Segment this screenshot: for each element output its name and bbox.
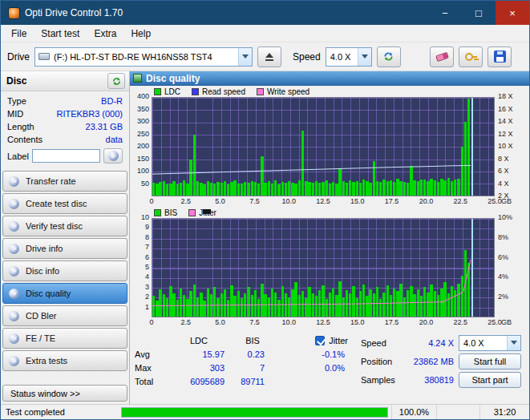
chevron-down-icon[interactable]: [238, 48, 252, 66]
status-window-button[interactable]: Status window >>: [2, 385, 127, 402]
chevron-down-icon[interactable]: [507, 336, 520, 350]
samples-value: 380819: [404, 375, 454, 385]
disc-type-label: Type: [7, 96, 26, 106]
disc-info-icon: [9, 266, 19, 277]
disc-contents-label: Contents: [7, 135, 42, 144]
transfer-rate-icon: [9, 176, 19, 187]
jitter-swatch: [188, 209, 196, 216]
eject-button[interactable]: [257, 46, 281, 67]
sidebar-item-label: Drive info: [26, 244, 63, 253]
axis-tick: 7: [145, 244, 149, 251]
sidebar-item-label: Create test disc: [26, 199, 87, 208]
window-title: Opti Drive Control 1.70: [25, 7, 123, 18]
disc-refresh-button[interactable]: [107, 73, 125, 89]
bis-legend-label: BIS: [164, 208, 177, 217]
sidebar-item-transfer-rate[interactable]: Transfer rate: [2, 171, 127, 192]
disc-length-label: Length: [7, 122, 34, 131]
menubar: File Start test Extra Help: [1, 25, 529, 42]
axis-tick: 10%: [498, 214, 512, 221]
refresh-icon: [382, 50, 394, 63]
save-button[interactable]: [488, 46, 512, 67]
axis-tick: 300: [137, 118, 149, 125]
extra-tests-icon: [9, 356, 19, 366]
sidebar-item-disc-quality[interactable]: Disc quality: [2, 283, 127, 304]
app-window: Opti Drive Control 1.70 − □ × File Start…: [0, 0, 530, 420]
sidebar-item-fe-te[interactable]: FE / TE: [2, 328, 127, 349]
refresh-button[interactable]: [377, 46, 401, 67]
sidebar-item-extra-tests[interactable]: Extra tests: [2, 350, 127, 371]
elapsed-time: 31:20: [479, 405, 529, 419]
sidebar-item-label: CD Bler: [26, 311, 57, 321]
axis-tick: 10 X: [498, 143, 513, 150]
axis-tick: 16 X: [498, 106, 513, 113]
axis-tick: 15.0: [350, 318, 365, 326]
disc-length-row: Length 23.31 GB: [7, 120, 123, 133]
axis-tick: 1: [145, 304, 149, 311]
main-panel: Disc quality LDC Read speed Write speed …: [130, 71, 529, 404]
write-label-button[interactable]: [103, 148, 123, 164]
menu-file[interactable]: File: [4, 26, 34, 41]
stats-table: LDC BIS Jitter Avg 15.97 0.23 -0.1% Max …: [135, 333, 353, 388]
erase-disc-button[interactable]: [430, 46, 454, 67]
axis-tick: 400: [137, 93, 149, 100]
fe-te-icon: [9, 333, 19, 344]
drive-select[interactable]: (F:) HL-DT-ST BD-RE WH16NS58 TST4: [34, 47, 253, 67]
axis-tick: 4%: [498, 273, 508, 281]
total-bis-value: 89711: [233, 377, 273, 386]
axis-tick: 200: [137, 143, 149, 150]
menu-start-test[interactable]: Start test: [34, 26, 87, 41]
progress-percent: 100.0%: [391, 405, 436, 419]
axis-tick: 2.5: [181, 197, 192, 205]
sidebar-spacer: [1, 372, 129, 383]
speed-select[interactable]: 4.0 X: [326, 47, 372, 67]
jitter-line: [152, 219, 494, 317]
ldc-y-axis-left: 40035030025020015010050: [130, 97, 152, 196]
page-title: Disc quality: [146, 73, 200, 84]
sidebar-item-verify-test-disc[interactable]: Verify test disc: [2, 216, 127, 236]
disc-icon: [108, 151, 119, 161]
max-ldc-value: 303: [165, 363, 233, 373]
menu-help[interactable]: Help: [123, 26, 158, 41]
start-full-button[interactable]: Start full: [459, 353, 521, 370]
position-row-label: Position: [361, 357, 399, 366]
axis-tick: 9: [145, 224, 149, 231]
sidebar-item-label: FE / TE: [26, 333, 55, 343]
jitter-checkbox[interactable]: [315, 336, 325, 345]
axis-tick: 5.0: [215, 318, 225, 326]
ldc-chart: [152, 97, 495, 196]
speed-select-value: 4.0 X: [326, 52, 355, 62]
start-part-button[interactable]: Start part: [459, 372, 521, 388]
total-ldc-value: 6095689: [165, 377, 233, 386]
key-icon: [465, 51, 477, 63]
axis-tick: 6 X: [498, 168, 509, 175]
close-button[interactable]: ×: [496, 1, 529, 25]
maximize-button[interactable]: □: [462, 1, 496, 25]
sidebar-item-disc-info[interactable]: Disc info: [2, 260, 127, 281]
axis-tick: 4: [145, 273, 149, 281]
sidebar-item-label: Verify test disc: [26, 221, 83, 231]
write-speed-swatch: [257, 88, 264, 95]
menu-extra[interactable]: Extra: [87, 26, 123, 41]
chevron-down-icon[interactable]: [358, 48, 371, 66]
jitter-column-header: Jitter: [273, 336, 353, 345]
sidebar-item-create-test-disc[interactable]: Create test disc: [2, 193, 127, 214]
disc-label-input[interactable]: [32, 149, 100, 163]
disc-quality-header-icon: [133, 74, 142, 83]
progress-fill: [122, 408, 387, 417]
axis-tick: 0: [149, 197, 153, 205]
bis-column-header: BIS: [233, 336, 273, 345]
position-marker[interactable]: [203, 209, 211, 214]
minimize-button[interactable]: −: [428, 1, 462, 25]
axis-tick: 8 X: [498, 155, 509, 163]
axis-tick: 4 X: [498, 180, 509, 188]
disc-quality-icon: [9, 289, 19, 299]
legend-bottom: BIS Jitter: [130, 207, 529, 218]
keys-button[interactable]: [459, 46, 483, 67]
ldc-swatch: [154, 88, 161, 95]
quality-speed-select[interactable]: 4.0 X: [459, 335, 521, 351]
sidebar-item-cd-bler[interactable]: CD Bler: [2, 305, 127, 326]
sidebar-item-drive-info[interactable]: Drive info: [2, 238, 127, 259]
ldc-chart-block: 40035030025020015010050 18 X16 X14 X12 X…: [130, 97, 529, 196]
drive-label: Drive: [7, 51, 30, 63]
max-bis-value: 7: [233, 363, 273, 373]
